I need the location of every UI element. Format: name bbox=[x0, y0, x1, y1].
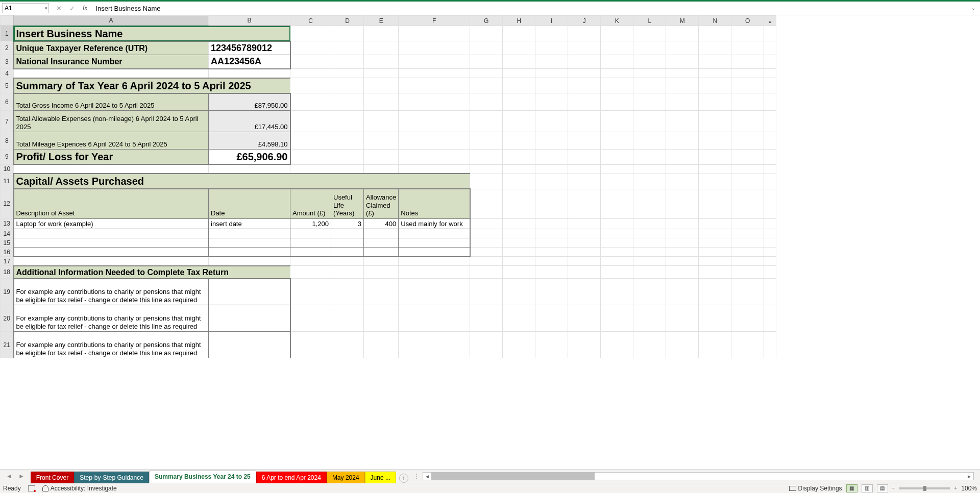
cell-K5[interactable] bbox=[601, 78, 633, 93]
cell-O4[interactable] bbox=[731, 69, 764, 78]
cell-O15[interactable] bbox=[731, 238, 764, 248]
cell-F5[interactable] bbox=[399, 78, 470, 93]
row-header-11[interactable]: 11 bbox=[1, 174, 14, 189]
cell-I11[interactable] bbox=[535, 174, 568, 189]
cell-A9[interactable]: Profit/ Loss for Year bbox=[14, 150, 209, 165]
cell-K2[interactable] bbox=[601, 41, 633, 55]
cell-I19[interactable] bbox=[535, 279, 568, 305]
cell-E4[interactable] bbox=[364, 69, 399, 78]
cell-B6[interactable]: £87,950.00 bbox=[209, 93, 290, 111]
display-settings-button[interactable]: Display Settings bbox=[789, 485, 842, 492]
cell-P16[interactable] bbox=[764, 248, 776, 257]
cell-L15[interactable] bbox=[633, 238, 666, 248]
cell-E13[interactable]: 400 bbox=[364, 218, 399, 229]
cell-K8[interactable] bbox=[601, 132, 633, 150]
cell-A6[interactable]: Total Gross Income 6 April 2024 to 5 Apr… bbox=[14, 93, 209, 111]
row-header-7[interactable]: 7 bbox=[1, 111, 14, 132]
cell-E14[interactable] bbox=[364, 229, 399, 238]
tab-nav-next-icon[interactable]: ► bbox=[15, 473, 28, 480]
cell-B8[interactable]: £4,598.10 bbox=[209, 132, 290, 150]
cell-H3[interactable] bbox=[503, 55, 535, 69]
cell-A10[interactable] bbox=[14, 164, 209, 174]
formula-bar-expand-icon[interactable]: ⌄ bbox=[968, 3, 978, 13]
cell-P12[interactable] bbox=[764, 189, 776, 218]
cell-M16[interactable] bbox=[666, 248, 699, 257]
cell-M3[interactable] bbox=[666, 55, 699, 69]
col-header-H[interactable]: H bbox=[503, 16, 535, 26]
cell-D6[interactable] bbox=[331, 93, 364, 111]
cell-P21[interactable] bbox=[764, 332, 776, 358]
cell-C16[interactable] bbox=[290, 248, 331, 257]
cell-G9[interactable] bbox=[470, 150, 503, 165]
cell-M18[interactable] bbox=[666, 266, 699, 279]
cell-H19[interactable] bbox=[503, 279, 535, 305]
cell-P4[interactable] bbox=[764, 69, 776, 78]
cell-M5[interactable] bbox=[666, 78, 699, 93]
col-header-P[interactable]: ▴ bbox=[764, 16, 776, 26]
cell-I4[interactable] bbox=[535, 69, 568, 78]
cell-L6[interactable] bbox=[633, 93, 666, 111]
cell-G10[interactable] bbox=[470, 164, 503, 174]
cell-H20[interactable] bbox=[503, 305, 535, 332]
cell-F9[interactable] bbox=[399, 150, 470, 165]
cell-A19[interactable]: For example any contributions to charity… bbox=[14, 279, 209, 305]
cell-O17[interactable] bbox=[731, 257, 764, 266]
cell-N17[interactable] bbox=[699, 257, 731, 266]
row-header-14[interactable]: 14 bbox=[1, 229, 14, 238]
cell-L5[interactable] bbox=[633, 78, 666, 93]
cell-O19[interactable] bbox=[731, 279, 764, 305]
cell-F13[interactable]: Used mainly for work bbox=[399, 218, 470, 229]
cell-K17[interactable] bbox=[601, 257, 633, 266]
cell-B17[interactable] bbox=[209, 257, 290, 266]
col-header-K[interactable]: K bbox=[601, 16, 633, 26]
cell-F12[interactable]: Notes bbox=[399, 189, 470, 218]
row-header-5[interactable]: 5 bbox=[1, 78, 14, 93]
cell-L12[interactable] bbox=[633, 189, 666, 218]
col-header-N[interactable]: N bbox=[699, 16, 731, 26]
cell-G5[interactable] bbox=[470, 78, 503, 93]
cell-J21[interactable] bbox=[568, 332, 601, 358]
cell-I20[interactable] bbox=[535, 305, 568, 332]
row-header-18[interactable]: 18 bbox=[1, 266, 14, 279]
cell-I7[interactable] bbox=[535, 111, 568, 132]
cell-H8[interactable] bbox=[503, 132, 535, 150]
cell-O16[interactable] bbox=[731, 248, 764, 257]
cell-G21[interactable] bbox=[470, 332, 503, 358]
cell-D8[interactable] bbox=[331, 132, 364, 150]
cell-N5[interactable] bbox=[699, 78, 731, 93]
cell-I21[interactable] bbox=[535, 332, 568, 358]
cell-O13[interactable] bbox=[731, 218, 764, 229]
tab-apr-2024[interactable]: 6 Apr to end Apr 2024 bbox=[256, 472, 327, 483]
cell-N3[interactable] bbox=[699, 55, 731, 69]
cell-P7[interactable] bbox=[764, 111, 776, 132]
cell-A4[interactable] bbox=[14, 69, 209, 78]
row-header-1[interactable]: 1 bbox=[1, 26, 14, 41]
cell-H9[interactable] bbox=[503, 150, 535, 165]
cell-F17[interactable] bbox=[399, 257, 470, 266]
view-normal-button[interactable]: ▦ bbox=[846, 484, 857, 492]
cell-M10[interactable] bbox=[666, 164, 699, 174]
cell-M6[interactable] bbox=[666, 93, 699, 111]
cell-M21[interactable] bbox=[666, 332, 699, 358]
cell-C21[interactable] bbox=[290, 332, 331, 358]
cell-F16[interactable] bbox=[399, 248, 470, 257]
cell-K18[interactable] bbox=[601, 266, 633, 279]
view-page-layout-button[interactable]: ▥ bbox=[862, 484, 873, 492]
cell-D3[interactable] bbox=[331, 55, 364, 69]
cell-N18[interactable] bbox=[699, 266, 731, 279]
row-header-10[interactable]: 10 bbox=[1, 164, 14, 174]
zoom-slider[interactable] bbox=[899, 487, 950, 489]
cell-C8[interactable] bbox=[290, 132, 331, 150]
cell-K11[interactable] bbox=[601, 174, 633, 189]
cell-P1[interactable] bbox=[764, 26, 776, 41]
cell-G13[interactable] bbox=[470, 218, 503, 229]
cell-G16[interactable] bbox=[470, 248, 503, 257]
cell-J2[interactable] bbox=[568, 41, 601, 55]
col-header-E[interactable]: E bbox=[364, 16, 399, 26]
cell-N4[interactable] bbox=[699, 69, 731, 78]
cell-B10[interactable] bbox=[209, 164, 290, 174]
cell-B12[interactable]: Date bbox=[209, 189, 290, 218]
cell-D14[interactable] bbox=[331, 229, 364, 238]
cell-K7[interactable] bbox=[601, 111, 633, 132]
cell-D20[interactable] bbox=[331, 305, 364, 332]
